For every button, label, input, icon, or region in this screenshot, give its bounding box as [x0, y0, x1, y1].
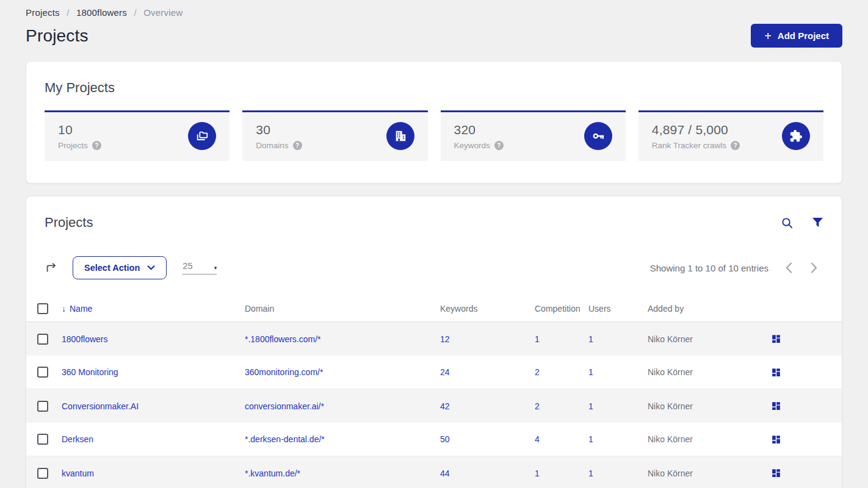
search-icon[interactable]: [781, 217, 794, 229]
stat-rank-tracker-crawls: 4,897 / 5,000 Rank Tracker crawls ?: [638, 110, 823, 161]
my-projects-title: My Projects: [45, 80, 823, 96]
column-header-keywords[interactable]: Keywords: [440, 304, 535, 314]
projects-table: ↓ Name Domain Keywords Competition Users…: [26, 295, 842, 488]
users-count: 1: [588, 334, 648, 344]
project-domain-link[interactable]: *.derksen-dental.de/*: [245, 434, 440, 444]
breadcrumb-1800flowers[interactable]: 1800flowers: [76, 7, 127, 18]
showing-entries-text: Showing 1 to 10 of 10 entries: [650, 263, 769, 273]
competition-count: 1: [535, 468, 588, 478]
project-domain-link[interactable]: 360monitoring.com/*: [245, 367, 440, 377]
stat-projects: 10 Projects ?: [45, 110, 230, 161]
filter-icon[interactable]: [812, 217, 823, 228]
breadcrumb: Projects / 1800flowers / Overview: [26, 7, 842, 18]
stat-label: Domains: [256, 141, 288, 150]
add-project-label: Add Project: [778, 30, 829, 41]
stat-value: 30: [256, 123, 302, 137]
row-checkbox[interactable]: [37, 401, 48, 412]
add-project-button[interactable]: + Add Project: [751, 24, 842, 48]
stat-domains: 30 Domains ?: [242, 110, 427, 161]
row-checkbox[interactable]: [37, 334, 48, 345]
project-name-link[interactable]: Derksen: [62, 434, 245, 444]
row-checkbox[interactable]: [37, 468, 48, 479]
stat-value: 320: [454, 123, 504, 137]
key-icon: [584, 122, 612, 150]
breadcrumb-projects[interactable]: Projects: [26, 7, 60, 18]
keywords-count: 50: [440, 434, 535, 444]
stat-value: 4,897 / 5,000: [652, 123, 740, 137]
table-row: Conversionmaker.AI conversionmaker.ai/* …: [26, 389, 842, 423]
select-action-dropdown[interactable]: Select Action: [73, 256, 167, 279]
keywords-count: 44: [440, 468, 535, 478]
row-checkbox[interactable]: [37, 434, 48, 445]
folder-copy-icon: [188, 122, 216, 150]
dashboard-grid-icon[interactable]: [771, 434, 842, 445]
page-size-select[interactable]: 25 ▾: [183, 261, 217, 274]
column-header-added-by[interactable]: Added by: [648, 304, 758, 314]
added-by: Niko Körner: [648, 401, 758, 411]
added-by: Niko Körner: [648, 334, 758, 344]
table-header-row: ↓ Name Domain Keywords Competition Users…: [26, 295, 842, 322]
my-projects-card: My Projects 10 Projects ?: [26, 61, 842, 184]
breadcrumb-separator: /: [134, 7, 136, 18]
added-by: Niko Körner: [648, 468, 758, 478]
column-header-domain[interactable]: Domain: [245, 304, 440, 314]
added-by: Niko Körner: [648, 367, 758, 377]
chevron-left-icon[interactable]: [786, 262, 792, 273]
keywords-count: 12: [440, 334, 535, 344]
breadcrumb-separator: /: [67, 7, 69, 18]
users-count: 1: [588, 367, 648, 377]
competition-count: 1: [535, 334, 588, 344]
dropdown-caret-icon: ▾: [214, 265, 217, 271]
dashboard-grid-icon[interactable]: [771, 334, 842, 344]
export-arrow-icon[interactable]: [45, 261, 58, 274]
stats-grid: 10 Projects ? 30 Domai: [45, 110, 823, 161]
column-header-competition[interactable]: Competition: [535, 304, 588, 314]
breadcrumb-current: Overview: [143, 7, 183, 18]
table-toolbar: Select Action 25 ▾ Showing 1 to 10 of 10…: [26, 256, 842, 279]
project-domain-link[interactable]: *.kvantum.de/*: [245, 468, 440, 478]
stat-label: Projects: [58, 141, 88, 150]
project-domain-link[interactable]: conversionmaker.ai/*: [245, 401, 440, 411]
help-icon[interactable]: ?: [293, 141, 302, 150]
stat-label: Keywords: [454, 141, 490, 150]
chevron-right-icon[interactable]: [811, 262, 817, 273]
dashboard-grid-icon[interactable]: [771, 468, 842, 478]
row-checkbox[interactable]: [37, 367, 48, 378]
project-domain-link[interactable]: *.1800flowers.com/*: [245, 334, 440, 344]
column-header-users[interactable]: Users: [588, 304, 648, 314]
chevron-down-icon: [147, 265, 155, 270]
project-name-link[interactable]: 1800flowers: [62, 334, 245, 344]
plus-icon: +: [764, 32, 772, 40]
project-name-link[interactable]: 360 Monitoring: [62, 367, 245, 377]
competition-count: 2: [535, 401, 588, 411]
sort-arrow-icon: ↓: [62, 304, 66, 314]
keywords-count: 24: [440, 367, 535, 377]
users-count: 1: [588, 468, 648, 478]
project-name-link[interactable]: Conversionmaker.AI: [62, 401, 245, 411]
project-name-link[interactable]: kvantum: [62, 468, 245, 478]
help-icon[interactable]: ?: [92, 141, 101, 150]
table-row: Derksen *.derksen-dental.de/* 50 4 1 Nik…: [26, 423, 842, 456]
building-icon: [386, 122, 414, 150]
table-row: 1800flowers *.1800flowers.com/* 12 1 1 N…: [26, 322, 842, 356]
select-action-label: Select Action: [84, 263, 140, 273]
table-row: kvantum *.kvantum.de/* 44 1 1 Niko Körne…: [26, 456, 842, 488]
page: Projects / 1800flowers / Overview Projec…: [0, 0, 868, 488]
projects-table-title: Projects: [45, 215, 93, 231]
column-header-name[interactable]: ↓ Name: [62, 304, 245, 314]
help-icon[interactable]: ?: [731, 141, 740, 150]
keywords-count: 42: [440, 401, 535, 411]
stat-label: Rank Tracker crawls: [652, 141, 726, 150]
projects-table-card: Projects: [26, 196, 842, 488]
stat-keywords: 320 Keywords ?: [441, 110, 626, 161]
competition-count: 4: [535, 434, 588, 444]
puzzle-icon: [782, 122, 810, 150]
help-icon[interactable]: ?: [494, 141, 504, 150]
page-header: Projects + Add Project: [26, 24, 842, 48]
page-title: Projects: [26, 26, 89, 46]
users-count: 1: [588, 401, 648, 411]
page-size-value: 25: [183, 261, 192, 271]
dashboard-grid-icon[interactable]: [771, 401, 842, 411]
dashboard-grid-icon[interactable]: [771, 367, 842, 378]
select-all-checkbox[interactable]: [37, 303, 48, 314]
